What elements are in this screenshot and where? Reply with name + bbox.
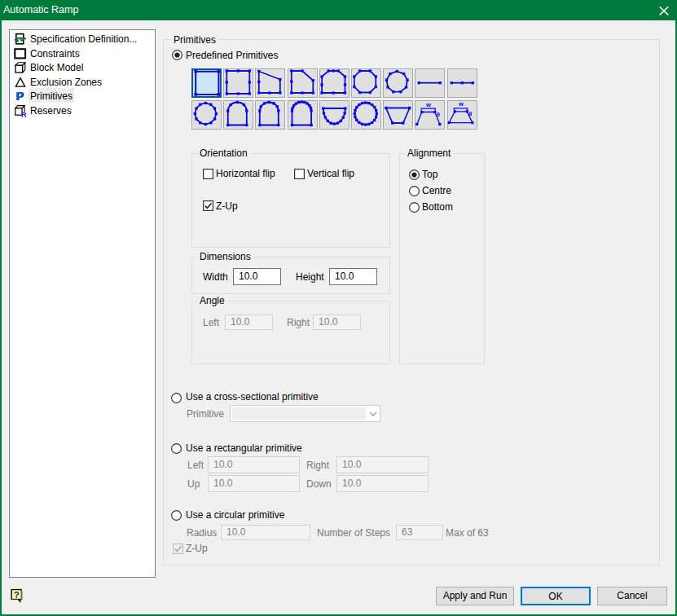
svg-text:θ: θ	[437, 112, 440, 117]
svg-text:R: R	[21, 110, 27, 118]
svg-text:θ: θ	[468, 112, 472, 117]
svg-text:?: ?	[14, 590, 20, 600]
svg-text:P: P	[15, 90, 23, 103]
svg-text:w: w	[457, 101, 463, 108]
svg-text:w: w	[425, 101, 431, 108]
